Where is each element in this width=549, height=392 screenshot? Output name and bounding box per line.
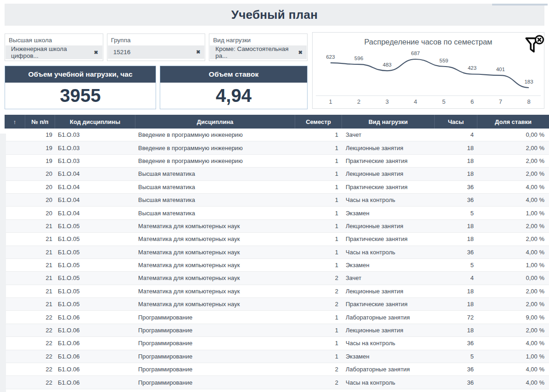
cell-num: 22: [25, 337, 55, 350]
filter-load-type-value[interactable]: Кроме: Самостоятельная ра... ✖: [210, 45, 307, 59]
table-row[interactable]: 21 Б1.О.05 Математика для компьютерных н…: [5, 272, 549, 285]
cell-discipline: Математика для компьютерных наук: [135, 259, 295, 272]
svg-text:423: 423: [468, 65, 476, 71]
table-row[interactable]: 20 Б1.О.04 Высшая математика 1 Практичес…: [5, 181, 549, 194]
svg-text:559: 559: [439, 58, 448, 63]
cell-semester: 1: [295, 246, 342, 259]
table-row[interactable]: 21 Б1.О.05 Математика для компьютерных н…: [5, 298, 549, 311]
cell-spacer: [5, 220, 25, 233]
cell-code: Б1.О.05: [55, 220, 135, 233]
cell-discipline: Программирование: [135, 337, 295, 350]
cell-discipline: Программирование: [135, 324, 295, 337]
cell-load-type: Лекционные занятия: [342, 168, 435, 180]
cell-num: 21: [25, 220, 55, 233]
table-row[interactable]: 20 Б1.О.04 Высшая математика 1 Лекционны…: [5, 168, 549, 180]
column-header-discipline[interactable]: Дисциплина: [135, 115, 295, 129]
clear-filter-icon[interactable]: ✖: [196, 49, 200, 55]
cell-load-type: Часы на контроль: [342, 337, 435, 350]
table-row[interactable]: 19 Б1.О.03 Введение в программную инжене…: [5, 129, 549, 141]
table-row[interactable]: 21 Б1.О.05 Математика для компьютерных н…: [5, 220, 549, 233]
kpi-title: Объем ставок: [160, 66, 307, 83]
kpi-value: 4,94: [160, 83, 307, 109]
page-title: Учебный план: [231, 8, 318, 22]
chart-title: Распределение часов по семестрам: [313, 38, 544, 46]
cell-rate-share: 2,00 %: [477, 285, 549, 298]
cell-spacer: [5, 363, 25, 376]
table-row[interactable]: 20 Б1.О.04 Высшая математика 1 Экзамен 5…: [5, 207, 549, 219]
cell-semester: 1: [295, 311, 342, 324]
cell-code: Б1.О.06: [55, 311, 135, 324]
cell-num: 20: [25, 194, 55, 207]
table-row[interactable]: 21 Б1.О.05 Математика для компьютерных н…: [5, 285, 549, 298]
filter-load-type-label: Вид нагрузки: [209, 34, 307, 45]
column-header-num[interactable]: № п/п: [25, 115, 55, 129]
table-row[interactable]: 21 Б1.О.05 Математика для компьютерных н…: [5, 246, 549, 259]
table-row[interactable]: 22 Б1.О.06 Программирование 2 Часы на ко…: [5, 376, 549, 389]
cell-code: Б1.О.06: [55, 337, 135, 350]
filter-group-selected: 15216: [113, 49, 131, 56]
cell-rate-share: 1,00 %: [477, 350, 549, 363]
column-header-hours[interactable]: Часы: [435, 115, 477, 129]
clear-filter-icon[interactable]: ✖: [94, 50, 98, 56]
cell-spacer: [5, 141, 25, 154]
table-row[interactable]: 19 Б1.О.03 Введение в программную инжене…: [5, 141, 549, 154]
clear-filter-icon[interactable]: ✖: [298, 50, 303, 56]
cell-load-type: Лекционные занятия: [342, 285, 435, 298]
cell-rate-share: 0,00 %: [477, 272, 549, 285]
cell-semester: 1: [295, 129, 342, 141]
filter-group[interactable]: Группа 15216 ✖: [107, 34, 206, 61]
svg-text:2: 2: [357, 98, 360, 105]
cell-semester: 2: [295, 285, 342, 298]
cell-discipline: Математика для компьютерных наук: [135, 233, 295, 246]
cell-load-type: Часы на контроль: [342, 246, 435, 259]
sort-column-header[interactable]: ↑: [5, 115, 25, 129]
cell-rate-share: 2,00 %: [477, 233, 549, 246]
cell-rate-share: 2,00 %: [477, 220, 549, 233]
svg-text:183: 183: [524, 79, 533, 84]
cell-discipline: Программирование: [135, 350, 295, 363]
table-row[interactable]: 19 Б1.О.03 Введение в программную инжене…: [5, 155, 549, 168]
filter-school-value[interactable]: Инженерная школа цифров... ✖: [6, 45, 102, 59]
column-header-rate-share[interactable]: Доля ставки: [477, 115, 549, 129]
table-row[interactable]: 22 Б1.О.06 Программирование 2 Лабораторн…: [5, 363, 549, 376]
filter-school-label: Высшая школа: [5, 34, 103, 45]
cell-num: 21: [25, 272, 55, 285]
cell-num: 19: [25, 155, 55, 168]
cell-code: Б1.О.04: [55, 194, 135, 207]
title-band: Учебный план: [5, 4, 544, 26]
cell-num: 22: [25, 324, 55, 337]
cell-discipline: Математика для компьютерных наук: [135, 272, 295, 285]
table-row[interactable]: 22 Б1.О.06 Программирование 1 Экзамен 5 …: [5, 350, 549, 363]
filter-school[interactable]: Высшая школа Инженерная школа цифров... …: [5, 34, 103, 61]
clear-chart-filter-button[interactable]: [523, 34, 545, 56]
table-row[interactable]: 22 Б1.О.06 Программирование 1 Лекционные…: [5, 324, 549, 337]
filter-group-value[interactable]: 15216 ✖: [108, 45, 205, 59]
table-row[interactable]: 20 Б1.О.04 Высшая математика 1 Часы на к…: [5, 194, 549, 207]
column-header-code[interactable]: Код дисциплины: [55, 115, 135, 129]
table-row[interactable]: 21 Б1.О.05 Математика для компьютерных н…: [5, 233, 549, 246]
table-row[interactable]: 21 Б1.О.05 Математика для компьютерных н…: [5, 259, 549, 272]
cell-discipline: Математика для компьютерных наук: [135, 298, 295, 311]
kpi-row: Объем учебной нагрузки, час 3955 Объем с…: [5, 66, 308, 109]
cell-rate-share: 4,00 %: [477, 337, 549, 350]
cell-semester: 1: [295, 259, 342, 272]
column-header-load-type[interactable]: Вид нагрузки: [342, 115, 435, 129]
cell-semester: 1: [295, 220, 342, 233]
cell-code: Б1.О.03: [55, 141, 135, 154]
cell-semester: 1: [295, 207, 342, 219]
curriculum-table: ↑ № п/п Код дисциплины Дисциплина Семест…: [5, 115, 549, 389]
cell-load-type: Практические занятия: [342, 233, 435, 246]
table-row[interactable]: 22 Б1.О.06 Программирование 1 Часы на ко…: [5, 337, 549, 350]
semester-hours-line-chart[interactable]: 62359648368755942340118312345678: [315, 47, 542, 106]
cell-rate-share: 9,00 %: [477, 311, 549, 324]
svg-text:4: 4: [414, 98, 417, 105]
column-header-semester[interactable]: Семестр: [295, 115, 342, 129]
table-row[interactable]: 22 Б1.О.06 Программирование 1 Лабораторн…: [5, 311, 549, 324]
cell-hours: 18: [435, 324, 477, 337]
kpi-value: 3955: [5, 83, 156, 109]
filter-load-type[interactable]: Вид нагрузки Кроме: Самостоятельная ра..…: [209, 34, 308, 61]
cell-rate-share: 4,00 %: [477, 376, 549, 389]
cell-discipline: Математика для компьютерных наук: [135, 285, 295, 298]
cell-discipline: Введение в программную инженерию: [135, 129, 295, 141]
cell-spacer: [5, 376, 25, 389]
